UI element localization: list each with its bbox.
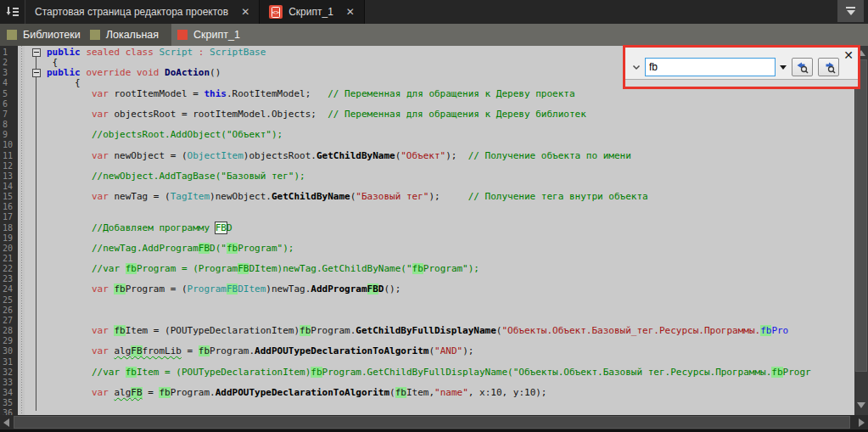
line-number: 4	[3, 78, 8, 88]
code-token: DItem	[238, 283, 266, 295]
code-line-1[interactable]: public sealed class Script : ScriptBase	[47, 48, 266, 58]
code-token: AddPOUTypeDeclarationToAlgoritm	[255, 345, 428, 356]
line-number: 29	[3, 336, 13, 346]
code-line-30[interactable]: var algFBfromLib = fbProgram.AddPOUTypeD…	[47, 346, 473, 356]
code-token: fb	[126, 367, 137, 378]
line-number: 20	[3, 244, 13, 254]
code-line-28[interactable]: var fbItem = (POUTypeDeclarationItem)fbP…	[47, 326, 788, 336]
line-number: 28	[3, 326, 13, 336]
code-line-15[interactable]: var newTag = (TagItem)newObject.GetChild…	[47, 192, 648, 202]
find-next-button[interactable]	[818, 58, 839, 76]
code-line-18[interactable]: //Добавляем программу FBD	[47, 223, 232, 233]
code-token: GetChildByName	[272, 191, 350, 202]
code-token: Item = (POUTypeDeclarationItem)	[126, 325, 300, 336]
gutter-separator	[18, 46, 25, 415]
close-search-icon[interactable]: ✕	[843, 48, 854, 62]
code-token: Program.	[171, 387, 216, 398]
close-tab-icon[interactable]: ✕	[346, 7, 355, 17]
code-token: //var	[92, 263, 126, 274]
scroll-left-arrow-icon[interactable]	[3, 418, 9, 427]
tab-list-dropdown-button[interactable]	[837, 0, 864, 22]
code-line-22[interactable]: //var fbProgram = (ProgramFBDItem)newTag…	[47, 264, 479, 274]
expand-search-chevron-icon[interactable]	[631, 62, 641, 72]
line-number: 5	[3, 89, 8, 99]
code-token: newObject = (	[109, 150, 188, 161]
scroll-right-arrow-icon[interactable]	[859, 418, 865, 427]
code-token	[47, 191, 92, 202]
line-number: 25	[3, 295, 13, 306]
code-token: FB	[367, 283, 378, 295]
search-history-dropdown-icon[interactable]	[780, 65, 787, 70]
code-token: var	[92, 88, 109, 99]
code-token: Program = (	[126, 283, 188, 295]
code-token: );	[445, 150, 456, 161]
vertical-scrollbar-thumb[interactable]	[855, 59, 867, 372]
code-line-11[interactable]: var newObject = (ObjectItem)objectsRoot.…	[47, 151, 631, 161]
code-token	[47, 387, 92, 398]
code-line-24[interactable]: var fbProgram = (ProgramFBDItem)newTag.A…	[47, 284, 400, 295]
code-token	[193, 47, 199, 58]
find-previous-button[interactable]	[792, 58, 813, 76]
tab-list-icon	[846, 7, 855, 8]
horizontal-scrollbar[interactable]	[0, 415, 854, 429]
breadcrumb-item-local[interactable]: Локальная	[90, 29, 159, 41]
svg-text:<>: <>	[272, 9, 279, 16]
code-token: fb	[199, 345, 210, 356]
code-token: // Получение тега внутри объекта	[468, 191, 648, 202]
code-token: fb	[227, 243, 238, 254]
code-line-20[interactable]: //newTag.AddProgramFBD("fbProgram");	[47, 244, 294, 254]
code-token	[47, 88, 92, 99]
code-line-34[interactable]: var algFB = fbProgram.AddPOUTypeDeclarat…	[47, 388, 547, 398]
code-token: Program.	[210, 345, 255, 356]
code-token: FB	[216, 222, 227, 233]
code-token: Item,	[406, 387, 434, 398]
code-token: //Добавляем программу	[92, 222, 216, 233]
tab-start-page[interactable]: Стартовая страница редактора проектов ✕	[25, 0, 260, 24]
line-number: 14	[3, 182, 13, 192]
breadcrumb-item-libraries[interactable]: Библиотеки	[7, 29, 81, 41]
code-editor[interactable]: 1234567891011121314151617181920212223242…	[0, 46, 854, 415]
code-token: ObjectItem	[188, 150, 244, 161]
code-token: fb	[395, 387, 406, 398]
search-controls-row	[631, 58, 839, 76]
breadcrumb-left-segment: Библиотеки Локальная	[0, 24, 171, 46]
scroll-down-arrow-icon[interactable]	[857, 402, 865, 408]
close-tab-icon[interactable]: ✕	[241, 7, 249, 17]
find-next-icon	[821, 61, 836, 74]
line-number: 23	[3, 274, 13, 284]
vertical-scrollbar[interactable]	[854, 46, 868, 415]
code-token	[47, 367, 92, 378]
code-line-5[interactable]: var rootItemModel = this.RootItemModel; …	[47, 89, 575, 99]
find-previous-icon	[795, 61, 809, 74]
code-token: fb	[311, 367, 322, 378]
code-token: ScriptBase	[210, 47, 266, 58]
code-line-13[interactable]: //newObject.AddTagBase("Базовый тег");	[47, 171, 305, 182]
search-input[interactable]	[645, 58, 776, 76]
code-token: var	[92, 109, 109, 120]
code-token: public	[47, 47, 81, 58]
library-color-swatch	[7, 30, 17, 40]
fold-guide-line	[36, 77, 36, 411]
fold-collapse-icon[interactable]	[32, 48, 41, 57]
code-lines[interactable]: public sealed class Script : ScriptBase …	[25, 48, 854, 415]
code-token: GetChildByFullDisplayName	[356, 325, 496, 336]
code-token: // Переменная для обращения к Дереву про…	[328, 88, 574, 99]
fold-guide-line	[36, 57, 36, 69]
breadcrumb-label: Локальная	[106, 29, 159, 41]
code-token: override void	[86, 67, 159, 78]
fold-collapse-icon[interactable]	[32, 69, 41, 77]
line-number: 35	[3, 398, 13, 408]
code-line-9[interactable]: //objectsRoot.AddObject("Объект");	[47, 130, 283, 140]
horizontal-scrollbar-thumb[interactable]	[14, 416, 850, 429]
breadcrumb-item-script[interactable]: Скрипт_1	[177, 29, 240, 41]
line-number: 33	[3, 378, 13, 388]
code-token: "Объект"	[400, 150, 445, 161]
script-color-swatch	[177, 30, 188, 40]
line-number: 18	[3, 223, 13, 233]
code-line-32[interactable]: //var fbItem = (POUTypeDeclarationItem)f…	[47, 367, 811, 378]
code-token: Program.	[311, 325, 356, 336]
chevron-down-icon	[847, 10, 855, 15]
tab-script-1[interactable]: <> Скрипт_1 ✕	[260, 0, 365, 24]
document-outline-button[interactable]	[0, 0, 25, 24]
code-line-7[interactable]: var objectsRoot = rootItemModel.Objects;…	[47, 109, 586, 120]
